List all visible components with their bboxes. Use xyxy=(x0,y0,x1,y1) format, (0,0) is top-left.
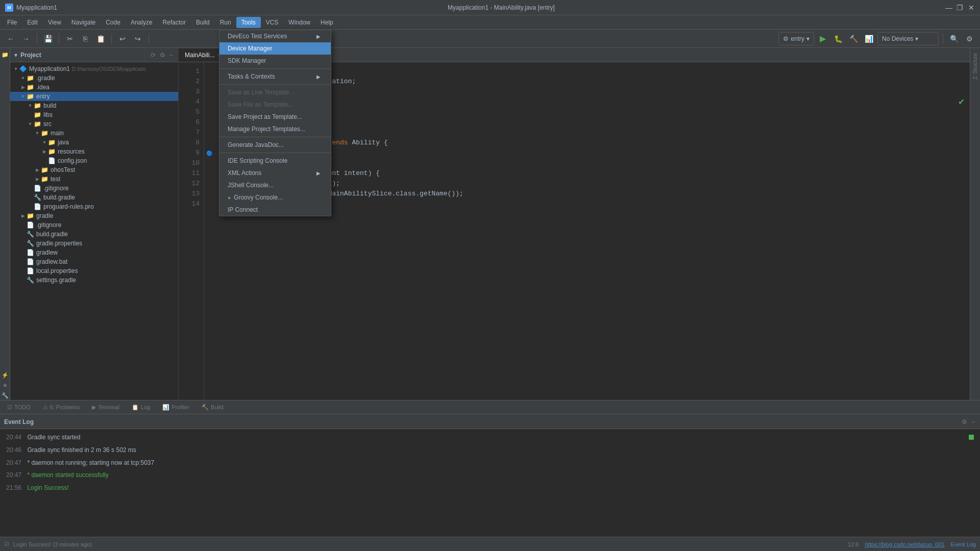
tab-terminal[interactable]: ▶ Terminal xyxy=(87,402,125,413)
tree-item-gradle[interactable]: ▼ 📁 .gradle xyxy=(10,73,178,83)
minimize-button[interactable]: — xyxy=(945,4,952,11)
project-sync-btn[interactable]: ⟳ xyxy=(150,51,157,60)
tree-arrow: ▶ xyxy=(34,167,41,172)
menu-generate-javadoc[interactable]: Generate JavaDoc... xyxy=(219,139,331,151)
maximize-button[interactable]: ❐ xyxy=(957,4,964,11)
menu-ide-scripting[interactable]: IDE Scripting Console xyxy=(219,155,331,167)
entry-selector[interactable]: ⚙ entry ▾ xyxy=(778,32,814,45)
menu-save-project-template[interactable]: Save Project as Template... xyxy=(219,111,331,123)
menu-build[interactable]: Build xyxy=(191,17,215,28)
menu-sdk-manager[interactable]: SDK Manager xyxy=(219,55,331,67)
sidebar-structure-label[interactable]: 2: Structure xyxy=(971,48,979,85)
menu-save-file-template: Save File as Template... xyxy=(219,98,331,111)
project-collapse-btn[interactable]: − xyxy=(168,51,174,60)
tree-item-label: test xyxy=(51,176,60,183)
build-button[interactable]: 🔨 xyxy=(847,32,860,45)
tab-build-label: Build xyxy=(211,404,223,410)
menu-analyze[interactable]: Analyze xyxy=(126,17,158,28)
menu-tools[interactable]: Tools xyxy=(236,17,261,28)
toolbar-redo-btn[interactable]: ↪ xyxy=(131,32,144,45)
tree-item-config[interactable]: 📄 config.json xyxy=(10,156,178,165)
tree-item-resources[interactable]: ▶ 📁 resources xyxy=(10,147,178,156)
tree-item-test[interactable]: ▶ 📁 test xyxy=(10,174,178,184)
project-settings-btn[interactable]: ⚙ xyxy=(159,51,166,60)
toolbar-back-btn[interactable]: ← xyxy=(4,32,17,45)
event-log-settings-btn[interactable]: ⚙ xyxy=(961,417,968,427)
tree-item-local-properties[interactable]: 📄 local.properties xyxy=(10,266,178,276)
event-log-btn[interactable]: Event Log xyxy=(950,541,976,547)
toolbar-settings-btn[interactable]: ⚙ xyxy=(963,32,976,45)
toolbar-sep-1 xyxy=(37,34,37,44)
toolbar-save-btn[interactable]: 💾 xyxy=(41,32,55,45)
menu-edit[interactable]: Edit xyxy=(22,17,43,28)
tree-item-proguard[interactable]: 📄 proguard-rules.pro xyxy=(10,202,178,211)
event-log-close-btn[interactable]: − xyxy=(970,417,976,427)
toolbar-paste-btn[interactable]: 📋 xyxy=(94,32,107,45)
menu-xml-actions[interactable]: XML Actions ▶ xyxy=(219,167,331,179)
menu-tasks-contexts[interactable]: Tasks & Contexts ▶ xyxy=(219,70,331,83)
menu-groovy[interactable]: ●Groovy Console... xyxy=(219,191,331,204)
sidebar-favorites-icon[interactable]: ★ xyxy=(1,381,10,390)
tab-profiler[interactable]: 📊 Profiler xyxy=(157,402,194,413)
tree-item-entry[interactable]: ▼ 📁 entry xyxy=(10,92,178,101)
device-selector[interactable]: No Devices ▾ xyxy=(877,32,939,45)
project-panel: ▾ Project ⟳ ⚙ − ▼ 🔷 Myapplication1 D:\Ha… xyxy=(10,48,179,400)
toolbar-forward-btn[interactable]: → xyxy=(19,32,33,45)
file-icon: 📄 xyxy=(27,258,34,265)
tree-item-gradlew[interactable]: 📄 gradlew xyxy=(10,248,178,257)
tree-item-java[interactable]: ▼ 📁 java xyxy=(10,138,178,147)
tree-item-gitignore-root[interactable]: 📄 .gitignore xyxy=(10,220,178,230)
menu-ip-connect[interactable]: IP Connect xyxy=(219,204,331,216)
tree-item-gradle-folder[interactable]: ▶ 📁 gradle xyxy=(10,211,178,220)
tab-build[interactable]: 🔨 Build xyxy=(197,402,228,413)
menu-run[interactable]: Run xyxy=(215,17,236,28)
tree-arrow: ▼ xyxy=(34,131,41,136)
tree-item-ohostest[interactable]: ▶ 📁 ohosTest xyxy=(10,165,178,174)
tree-item-libs[interactable]: 📁 libs xyxy=(10,110,178,119)
tree-item-build[interactable]: ▼ 📁 build xyxy=(10,101,178,110)
tree-item-main[interactable]: ▼ 📁 main xyxy=(10,129,178,138)
toolbar-search-btn[interactable]: 🔍 xyxy=(947,32,961,45)
menu-file[interactable]: File xyxy=(2,17,22,28)
tree-item-settings-gradle[interactable]: 🔧 settings.gradle xyxy=(10,276,178,285)
tree-item-root[interactable]: ▼ 🔷 Myapplication1 D:\HarmonyOS\IDE\Myap… xyxy=(10,64,178,73)
gutter-13 xyxy=(204,189,214,199)
tree-item-build-gradle-root[interactable]: 🔧 build.gradle xyxy=(10,230,178,239)
menu-deveco-test[interactable]: DevEco Test Services ▶ xyxy=(219,30,331,42)
tree-item-src[interactable]: ▼ 📁 src xyxy=(10,119,178,129)
toolbar-undo-btn[interactable]: ↩ xyxy=(116,32,129,45)
status-icon: ☑ xyxy=(4,541,9,547)
toolbar-copy-btn[interactable]: ⎘ xyxy=(79,32,92,45)
menu-window[interactable]: Window xyxy=(283,17,315,28)
menu-help[interactable]: Help xyxy=(315,17,338,28)
profile-button[interactable]: 📊 xyxy=(862,32,875,45)
tree-item-gradle-properties[interactable]: 🔧 gradle.properties xyxy=(10,239,178,248)
menu-device-manager[interactable]: Device Manager xyxy=(219,42,331,55)
menu-vcs[interactable]: VCS xyxy=(261,17,284,28)
menu-jshell[interactable]: JShell Console... xyxy=(219,179,331,191)
close-button[interactable]: ✕ xyxy=(968,4,975,11)
tree-item-idea[interactable]: ▶ 📁 .idea xyxy=(10,83,178,92)
tree-arrow: ▼ xyxy=(27,103,34,108)
sidebar-project-icon[interactable]: 📁 xyxy=(1,50,10,59)
gradle-icon: 🔧 xyxy=(34,194,41,201)
tab-todo[interactable]: ☑ TODO xyxy=(2,402,36,413)
tab-log[interactable]: 📋 Log xyxy=(127,402,155,413)
tree-item-gitignore-entry[interactable]: 📄 .gitignore xyxy=(10,184,178,193)
sdk-manager-label: SDK Manager xyxy=(228,57,266,64)
tab-problems[interactable]: ⚠ 6: Problems xyxy=(38,402,85,413)
tree-item-gradlew-bat[interactable]: 📄 gradlew.bat xyxy=(10,257,178,266)
run-button[interactable]: ▶ xyxy=(816,32,829,45)
menu-refactor[interactable]: Refactor xyxy=(158,17,191,28)
menu-view[interactable]: View xyxy=(43,17,66,28)
status-link[interactable]: https://blog.csdn.net/dazuo_001 xyxy=(865,541,945,547)
debug-button[interactable]: 🐛 xyxy=(831,32,845,45)
sidebar-ohobuild-icon[interactable]: 🔧 xyxy=(1,391,10,400)
sidebar-structure-icon[interactable]: ⚡ xyxy=(1,370,10,380)
toolbar-cut-btn[interactable]: ✂ xyxy=(63,32,77,45)
tree-arrow: ▼ xyxy=(12,66,19,71)
menu-manage-templates[interactable]: Manage Project Templates... xyxy=(219,123,331,135)
tree-item-build-gradle-entry[interactable]: 🔧 build.gradle xyxy=(10,193,178,202)
menu-code[interactable]: Code xyxy=(101,17,126,28)
menu-navigate[interactable]: Navigate xyxy=(66,17,101,28)
